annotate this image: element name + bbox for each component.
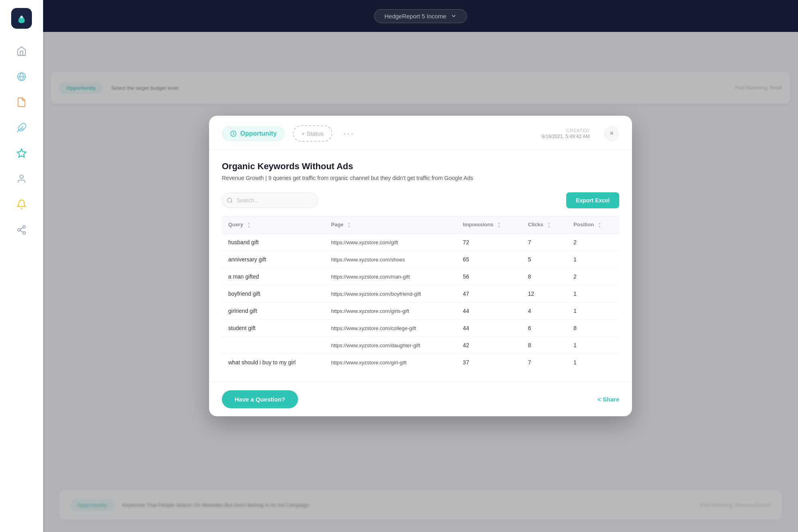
cell-page: https://www.xyzstore.com/daughter-gift [325, 337, 456, 354]
created-date: 9/16/2021, 5:49:42 AM [541, 134, 590, 139]
cell-query: a man gifted [222, 268, 325, 285]
cell-clicks: 5 [521, 251, 567, 268]
svg-point-6 [23, 225, 26, 228]
col-query: Query ▲▼ [222, 217, 325, 234]
sidebar-item-home[interactable] [11, 41, 32, 61]
status-label: + Status [302, 130, 324, 137]
cell-position: 1 [567, 251, 619, 268]
cell-impressions: 47 [456, 285, 521, 303]
cell-impressions: 42 [456, 337, 521, 354]
sidebar-item-document[interactable] [11, 92, 32, 113]
search-input[interactable] [222, 193, 318, 208]
cell-clicks: 7 [521, 234, 567, 251]
svg-point-7 [18, 229, 20, 231]
cell-impressions: 37 [456, 354, 521, 371]
sidebar-item-bell[interactable] [11, 194, 32, 215]
col-position: Position ▲▼ [567, 217, 619, 234]
table-row: https://www.xyzstore.com/daughter-gift 4… [222, 337, 619, 354]
have-question-button[interactable]: Have a Question? [222, 390, 298, 408]
cell-position: 1 [567, 337, 619, 354]
modal-overlay: Opportunity + Status ··· CREATED 9/16/20… [43, 0, 798, 532]
search-wrap [222, 193, 318, 208]
cell-query: what should i buy to my girl [222, 354, 325, 371]
cell-clicks: 7 [521, 354, 567, 371]
modal-footer: Have a Question? < Share [209, 382, 632, 416]
app-logo[interactable] [11, 8, 32, 29]
share-label: < Share [597, 396, 619, 403]
sidebar-item-puzzle[interactable] [11, 117, 32, 138]
sidebar-item-share[interactable] [11, 220, 32, 240]
created-label: CREATED [541, 128, 590, 133]
table-row: anniversary gift https://www.xyzstore.co… [222, 251, 619, 268]
modal-container: Opportunity + Status ··· CREATED 9/16/20… [209, 116, 632, 416]
sort-icon-query[interactable]: ▲▼ [247, 222, 251, 229]
sort-icon-clicks[interactable]: ▲▼ [547, 222, 551, 229]
cell-page: https://www.xyzstore.com/man-gift [325, 268, 456, 285]
cell-page: https://www.xyzstore.com/girls-gift [325, 303, 456, 320]
cell-query: boyfriend gift [222, 285, 325, 303]
cell-impressions: 44 [456, 303, 521, 320]
cell-impressions: 56 [456, 268, 521, 285]
modal-close-btn[interactable]: × [604, 126, 619, 141]
cell-position: 1 [567, 354, 619, 371]
table-row: girlriend gift https://www.xyzstore.com/… [222, 303, 619, 320]
cell-query: anniversary gift [222, 251, 325, 268]
cell-impressions: 72 [456, 234, 521, 251]
cell-query: student gift [222, 320, 325, 337]
search-icon [227, 197, 233, 204]
cell-position: 2 [567, 234, 619, 251]
have-question-label: Have a Question? [235, 396, 285, 403]
sidebar [0, 0, 43, 532]
more-label: ··· [344, 129, 354, 138]
svg-point-8 [23, 231, 26, 234]
close-icon: × [610, 129, 614, 138]
cell-clicks: 12 [521, 285, 567, 303]
sidebar-item-globe[interactable] [11, 66, 32, 87]
export-excel-button[interactable]: Export Excel [566, 192, 619, 208]
sort-icon-impressions[interactable]: ▲▼ [497, 222, 501, 229]
more-options-btn[interactable]: ··· [340, 129, 358, 139]
svg-point-0 [20, 16, 23, 18]
cell-position: 8 [567, 320, 619, 337]
cell-query: husband gift [222, 234, 325, 251]
cell-impressions: 65 [456, 251, 521, 268]
status-badge-btn[interactable]: + Status [293, 125, 332, 142]
cell-page: https://www.xyzstore.com/boyfriend-gift [325, 285, 456, 303]
cell-query: girlriend gift [222, 303, 325, 320]
modal-subtitle: Revenue Growth | 9 queries get traffic f… [222, 175, 619, 181]
cell-page: https://www.xyzstore.com/college-gift [325, 320, 456, 337]
sort-icon-page[interactable]: ▲▼ [347, 222, 351, 229]
table-row: a man gifted https://www.xyzstore.com/ma… [222, 268, 619, 285]
search-export-row: Export Excel [222, 192, 619, 208]
cell-impressions: 44 [456, 320, 521, 337]
svg-point-5 [20, 175, 24, 178]
keywords-table: Query ▲▼ Page ▲▼ Impressions ▲▼ Clicks [222, 216, 619, 371]
created-info: CREATED 9/16/2021, 5:49:42 AM [541, 128, 590, 139]
cell-query [222, 337, 325, 354]
table-row: husband gift https://www.xyzstore.com/gi… [222, 234, 619, 251]
svg-line-13 [231, 202, 232, 203]
table-header-row: Query ▲▼ Page ▲▼ Impressions ▲▼ Clicks [222, 217, 619, 234]
share-button[interactable]: < Share [597, 396, 619, 403]
svg-marker-4 [17, 149, 26, 157]
export-label: Export Excel [576, 197, 610, 204]
cell-position: 1 [567, 303, 619, 320]
opportunity-label: Opportunity [240, 130, 277, 137]
modal-body: Organic Keywords Without Ads Revenue Gro… [209, 150, 632, 382]
svg-line-10 [20, 227, 23, 229]
sidebar-item-person[interactable] [11, 168, 32, 189]
cell-position: 2 [567, 268, 619, 285]
cell-page: https://www.xyzstore.com/gift [325, 234, 456, 251]
col-impressions: Impressions ▲▼ [456, 217, 521, 234]
cell-position: 1 [567, 285, 619, 303]
svg-line-9 [20, 231, 23, 232]
cell-page: https://www.xyzstore.com/girl-gift [325, 354, 456, 371]
sidebar-item-star[interactable] [11, 143, 32, 164]
cell-clicks: 6 [521, 320, 567, 337]
sort-icon-position[interactable]: ▲▼ [598, 222, 601, 229]
opportunity-badge: Opportunity [222, 126, 285, 141]
table-row: boyfriend gift https://www.xyzstore.com/… [222, 285, 619, 303]
modal-title: Organic Keywords Without Ads [222, 161, 619, 172]
col-clicks: Clicks ▲▼ [521, 217, 567, 234]
cell-page: https://www.xyzstore.com/shoes [325, 251, 456, 268]
